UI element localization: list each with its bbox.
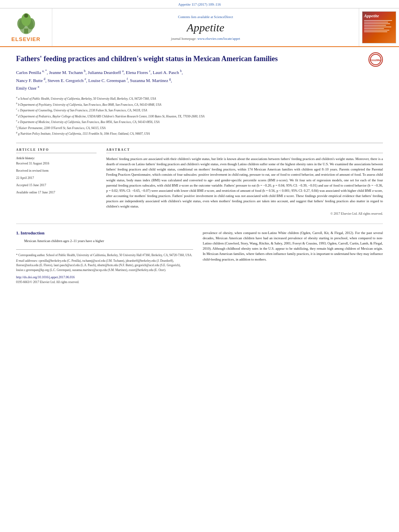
doi-link[interactable]: http://dx.doi.org/10.1016/j.appet.2017.0… — [16, 275, 193, 279]
thumb-title: Appetite — [364, 13, 379, 18]
citation-bar: Appetite 117 (2017) 109–116 — [0, 0, 399, 8]
email-note: E-mail addresses: cpenilla@berkeley.edu … — [16, 259, 193, 272]
abstract-text: Mothers' feeding practices are associate… — [106, 156, 383, 210]
affiliations-block: a a School of Public Health, University … — [16, 96, 383, 136]
elsevier-graphic-icon — [10, 12, 42, 35]
revised-date: 22 April 2017 — [16, 176, 97, 181]
sciencedirect-link[interactable]: ScienceDirect — [214, 15, 233, 19]
section-divider — [16, 224, 383, 224]
affiliation-e: e e Department of Medicine, University o… — [16, 119, 383, 125]
abstract-section: ABSTRACT Mothers' feeding practices are … — [106, 148, 383, 216]
intro-heading: 1. Introduction — [16, 230, 193, 235]
abstract-label: ABSTRACT — [106, 148, 383, 153]
affiliation-b: b b Department of Psychiatry, University… — [16, 102, 383, 107]
affiliation-a: a a School of Public Health, University … — [16, 96, 383, 101]
introduction-section: 1. Introduction Mexican American childre… — [16, 230, 383, 284]
article-info: ARTICLE INFO Article history: Received 3… — [16, 148, 97, 216]
article-title: Fathers' feeding practices and children'… — [16, 54, 330, 64]
title-block: CrossMark Fathers' feeding practices and… — [16, 54, 383, 64]
intro-right-col: prevalence of obesity, when compared to … — [203, 230, 383, 284]
svg-point-5 — [24, 14, 28, 18]
email-label: E-mail addresses: — [16, 259, 38, 263]
journal-center: Contents lists available at ScienceDirec… — [52, 8, 359, 46]
info-abstract-section: ARTICLE INFO Article history: Received 3… — [16, 143, 383, 216]
accepted-date: Accepted 15 June 2017 — [16, 183, 97, 188]
svg-text:CrossMark: CrossMark — [370, 59, 382, 62]
elsevier-wordmark: ELSEVIER — [11, 36, 40, 42]
intro-left-text: Mexican American children ages 2–11 year… — [16, 238, 193, 244]
journal-thumb-inner: Appetite — [362, 11, 396, 43]
article-container: CrossMark Fathers' feeding practices and… — [0, 47, 399, 292]
revised-label: Received in revised form — [16, 168, 97, 173]
corresponding-note: * Corresponding author. School of Public… — [16, 253, 193, 257]
crossmark-icon: CrossMark — [368, 52, 383, 67]
affiliation-g: g g Nutrition Policy Institute, Universi… — [16, 131, 383, 136]
intro-right-text: prevalence of obesity, when compared to … — [203, 230, 383, 262]
journal-title: Appetite — [187, 21, 224, 34]
journal-thumbnail: Appetite — [359, 8, 399, 46]
history-label: Article history: — [16, 156, 97, 160]
affiliation-f: f f Kaiser Permanente, 2200 O'Farrell St… — [16, 125, 383, 131]
citation-text: Appetite 117 (2017) 109–116 — [178, 2, 221, 6]
contents-available: Contents lists available at ScienceDirec… — [178, 15, 233, 19]
elsevier-logo-block: ELSEVIER — [0, 8, 52, 46]
available-date: Available online 17 June 2017 — [16, 190, 97, 195]
abstract-copyright: © 2017 Elsevier Ltd. All rights reserved… — [106, 212, 383, 216]
homepage-link[interactable]: www.elsevier.com/locate/appet — [197, 37, 240, 41]
thumb-lines — [364, 20, 392, 33]
intro-left-col: 1. Introduction Mexican American childre… — [16, 230, 193, 284]
affiliation-d: d d Department of Pediatrics, Baylor Col… — [16, 113, 383, 119]
footnotes-block: * Corresponding author. School of Public… — [16, 249, 193, 284]
article-info-label: ARTICLE INFO — [16, 148, 97, 153]
authors-list: Carlos Penilla a, *, Jeanne M. Tschann b… — [16, 68, 383, 92]
issn-copyright: 0195-6663/© 2017 Elsevier Ltd. All right… — [16, 280, 193, 284]
affiliation-c: c c Department of Counseling, University… — [16, 107, 383, 113]
crossmark-badge: CrossMark — [368, 52, 383, 67]
received-date: Received 31 August 2016 — [16, 161, 97, 166]
journal-homepage: journal homepage: www.elsevier.com/locat… — [171, 37, 240, 41]
journal-header: ELSEVIER Contents lists available at Sci… — [0, 8, 399, 47]
email-addresses: cpenilla@berkeley.edu (C. Penilla), tsch… — [16, 259, 181, 272]
